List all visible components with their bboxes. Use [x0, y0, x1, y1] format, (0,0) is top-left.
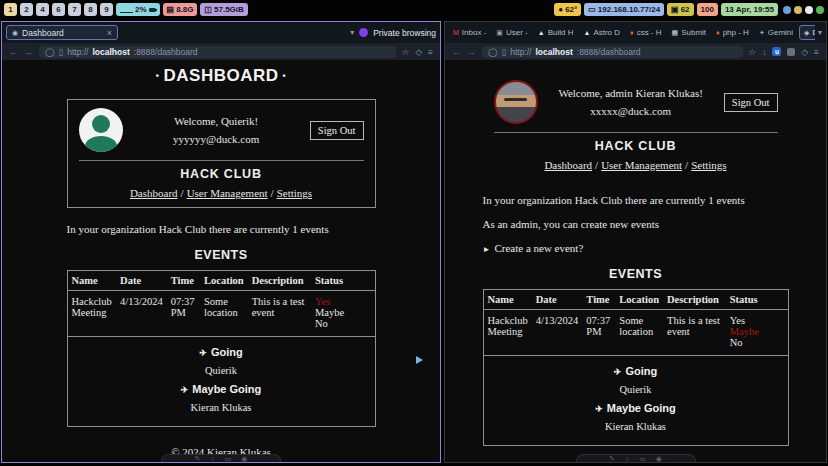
nav-link-settings[interactable]: Settings: [277, 187, 312, 199]
tab-label: User -: [506, 28, 528, 37]
dock-icon[interactable]: ◉: [241, 455, 247, 462]
tab-dash[interactable]: ◈Dash×: [799, 25, 815, 40]
rsvp-no-link[interactable]: No: [730, 337, 743, 348]
extension-icon[interactable]: ◇: [415, 47, 422, 57]
going-attendee: Quierik: [68, 365, 375, 376]
nav-link-user-management[interactable]: User Management: [187, 187, 268, 199]
tab-inbox[interactable]: MInbox -: [449, 25, 490, 40]
going-heading: ✈Going: [68, 346, 375, 358]
tray-audio-icon[interactable]: [805, 6, 813, 14]
cell-description: This is a test event: [663, 310, 726, 356]
temperature-icon: ●: [558, 5, 563, 14]
url-bar[interactable]: ◯ ▯ http://localhost:8888/dashboard: [39, 46, 396, 58]
col-header-location: Location: [200, 271, 248, 291]
dock-icon[interactable]: ▭: [639, 455, 646, 462]
create-event-toggle[interactable]: ►Create a new event?: [483, 242, 789, 254]
maybe-going-heading: ✈Maybe Going: [484, 402, 788, 414]
tray-notifications-icon[interactable]: [794, 6, 802, 14]
workspace-button-1[interactable]: 1: [4, 3, 17, 16]
rsvp-yes-link[interactable]: Yes: [315, 296, 330, 307]
col-header-name: Name: [483, 290, 532, 310]
floating-toolbar[interactable]: ✎ ○ ▭ ◉: [161, 454, 281, 462]
title-dot-icon: •: [283, 71, 287, 81]
cell-name: Hackclub Meeting: [67, 291, 116, 337]
avatar-photo: [494, 80, 538, 124]
tray-network-icon[interactable]: [783, 6, 791, 14]
nav-link-dashboard[interactable]: Dashboard: [544, 159, 592, 171]
dock-icon[interactable]: ✎: [195, 455, 201, 462]
forward-icon[interactable]: →: [24, 47, 33, 57]
events-table: Name Date Time Location Description Stat…: [483, 289, 789, 446]
right-toolbar: ← → ◯ ▯ http://localhost:8888/dashboard …: [445, 43, 826, 60]
workspace-button-2[interactable]: 2: [20, 3, 33, 16]
clock-widget: 13 Apr, 19:55: [721, 3, 778, 16]
workspaces: 1246789: [4, 3, 113, 16]
shield-icon[interactable]: ◯: [45, 47, 55, 57]
tab-close-icon[interactable]: ×: [107, 28, 112, 38]
workspace-button-6[interactable]: 6: [52, 3, 65, 16]
nav-link-user-management[interactable]: User Management: [601, 159, 682, 171]
taskbar: 1246789 2% ▤ 8.8G ◫ 57.5GiB ● 62° ▭ 192.…: [0, 0, 828, 19]
back-icon[interactable]: ←: [452, 47, 461, 57]
tab-astro-d[interactable]: ▲Astro D: [579, 25, 624, 40]
floating-toolbar[interactable]: ✎ ○ ▭ ◉: [576, 454, 696, 462]
tab-list-chevron-icon[interactable]: ▾: [350, 28, 354, 37]
cell-date: 4/13/2024: [532, 310, 583, 356]
gmail-icon: M: [453, 29, 459, 36]
workspace-button-9[interactable]: 9: [100, 3, 113, 16]
rsvp-maybe-link[interactable]: Maybe: [315, 307, 344, 318]
menu-icon[interactable]: ≡: [814, 47, 819, 57]
tab-submit[interactable]: ▦Submit: [668, 25, 711, 40]
workspace-button-7[interactable]: 7: [68, 3, 81, 16]
tab-list-chevron-icon[interactable]: ▾: [818, 28, 822, 37]
cell-time: 07:37 PM: [582, 310, 615, 356]
tab-css-h[interactable]: ♦css - H: [626, 25, 665, 40]
extension-icon[interactable]: [787, 48, 795, 56]
nav-link-settings[interactable]: Settings: [691, 159, 726, 171]
forward-icon[interactable]: →: [467, 47, 476, 57]
page-info-icon[interactable]: ▯: [59, 47, 64, 57]
url-bar[interactable]: ◯ ▯ http://localhost:8888/dashboard: [482, 46, 743, 58]
rsvp-maybe-link[interactable]: Maybe: [730, 326, 759, 337]
tab-user[interactable]: ▣User -: [492, 25, 531, 40]
clock-value: 13 Apr, 19:55: [725, 5, 774, 14]
nav-separator: /: [595, 159, 598, 171]
rsvp-no-link[interactable]: No: [315, 318, 328, 329]
workspace-button-4[interactable]: 4: [36, 3, 49, 16]
sign-out-button[interactable]: Sign Out: [724, 93, 778, 112]
bookmark-star-icon[interactable]: ☆: [402, 47, 410, 57]
bookmark-star-icon[interactable]: ☆: [749, 47, 757, 57]
memory-icon: ▤: [167, 5, 175, 14]
rsvp-yes-link[interactable]: Yes: [730, 315, 745, 326]
disclosure-triangle-icon: ►: [483, 245, 491, 254]
col-header-time: Time: [582, 290, 615, 310]
shield-icon[interactable]: ◯: [488, 47, 498, 57]
dock-icon[interactable]: ▭: [225, 455, 232, 462]
cell-status: Yes Maybe No: [311, 291, 375, 337]
tab-label: Build H: [548, 28, 574, 37]
dock-icon[interactable]: ○: [625, 455, 629, 462]
ublock-extension-icon[interactable]: u: [772, 47, 781, 56]
nav-link-dashboard[interactable]: Dashboard: [130, 187, 178, 199]
download-icon[interactable]: ↓: [762, 47, 766, 57]
tab-build-h[interactable]: ▲Build H: [534, 25, 578, 40]
maybe-attendee: Kieran Klukas: [68, 402, 375, 413]
page-info-icon[interactable]: ▯: [502, 47, 507, 57]
right-strip-right: ▾: [818, 28, 822, 37]
menu-icon[interactable]: ≡: [428, 47, 433, 57]
dock-icon[interactable]: ✎: [609, 455, 615, 462]
back-icon[interactable]: ←: [9, 47, 18, 57]
attendance-row: ✈Going Quierik ✈Maybe Going Kieran Kluka…: [483, 356, 788, 446]
workspace-button-8[interactable]: 8: [84, 3, 97, 16]
memory-value: 8.8G: [176, 5, 193, 14]
tab-php-h[interactable]: ♦php - H: [712, 25, 753, 40]
tray-vpn-icon[interactable]: [816, 6, 824, 14]
dev-badge-icon: ▦: [672, 29, 679, 37]
dock-icon[interactable]: ○: [210, 455, 214, 462]
battery-widget: 2%: [116, 3, 160, 16]
sign-out-button[interactable]: Sign Out: [310, 121, 364, 140]
shield-extension-icon[interactable]: ◇: [801, 47, 808, 57]
dock-icon[interactable]: ◉: [656, 455, 662, 462]
tab-dashboard[interactable]: ◉ Dashboard ×: [6, 25, 118, 40]
tab-gemini[interactable]: ✦Gemini: [755, 25, 797, 40]
